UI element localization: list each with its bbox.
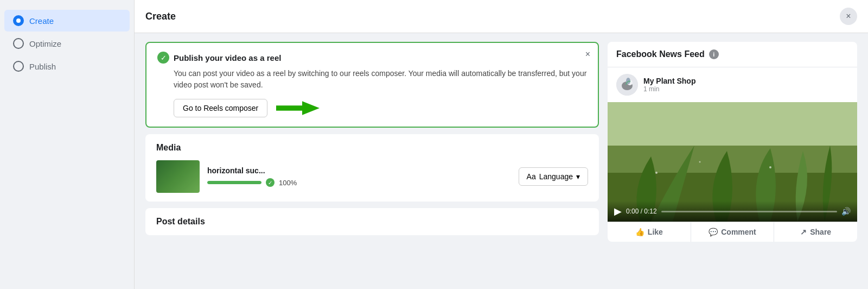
preview-profile: My Plant Shop 1 min	[608, 67, 857, 102]
info-icon: i	[709, 49, 719, 59]
post-details-title: Post details	[156, 217, 588, 227]
share-icon: ↗	[800, 228, 807, 236]
media-progress-check-icon: ✓	[266, 178, 275, 187]
svg-marker-0	[276, 101, 320, 115]
like-label: Like	[648, 228, 663, 236]
preview-profile-time: 1 min	[643, 85, 695, 93]
close-button[interactable]: ×	[840, 8, 857, 25]
avatar	[616, 74, 638, 96]
main-header: Create ×	[135, 0, 868, 33]
video-preview: ▶ 0:00 / 0:12 🔊	[608, 102, 857, 222]
video-time: 0:00 / 0:12	[626, 208, 657, 215]
media-section-title: Media	[156, 143, 588, 153]
media-info: horizontal suc... ✓ 100%	[207, 166, 511, 187]
go-to-reels-composer-button[interactable]: Go to Reels composer	[174, 99, 267, 117]
comment-label: Comment	[721, 228, 756, 236]
reel-banner-close-button[interactable]: ×	[585, 49, 590, 59]
media-progress-row: ✓ 100%	[207, 178, 511, 187]
right-panel: Facebook News Feed i My Plant Shop 1 min	[608, 42, 857, 242]
svg-point-8	[655, 172, 658, 174]
like-button[interactable]: 👍 Like	[608, 222, 691, 242]
sidebar-item-publish[interactable]: Publish	[4, 55, 130, 77]
language-button[interactable]: Aa Language ▾	[519, 167, 588, 186]
comment-button[interactable]: 💬 Comment	[691, 222, 775, 242]
main-panel: Create × ✓ Publish your video as a reel …	[135, 0, 868, 289]
video-controls: ▶ 0:00 / 0:12 🔊	[608, 201, 857, 222]
right-panel-header: Facebook News Feed i	[608, 42, 857, 67]
reel-banner-footer: Go to Reels composer	[157, 98, 587, 118]
chevron-down-icon: ▾	[576, 172, 580, 181]
create-icon	[13, 15, 24, 26]
svg-point-9	[699, 161, 701, 163]
sidebar-publish-label: Publish	[29, 62, 56, 71]
comment-icon: 💬	[709, 228, 718, 236]
reel-check-icon: ✓	[157, 52, 169, 64]
reel-banner-title: Publish your video as a reel	[174, 53, 281, 62]
sidebar-item-create[interactable]: Create	[4, 10, 130, 32]
media-item: horizontal suc... ✓ 100% Aa Language ▾	[156, 160, 588, 193]
publish-icon	[13, 61, 24, 72]
media-filename: horizontal suc...	[207, 166, 511, 175]
media-percent: 100%	[279, 179, 297, 187]
optimize-icon	[13, 38, 24, 49]
reel-banner-header: ✓ Publish your video as a reel	[157, 52, 587, 64]
volume-icon[interactable]: 🔊	[841, 207, 851, 216]
reel-banner: ✓ Publish your video as a reel × You can…	[145, 42, 599, 128]
preview-profile-name: My Plant Shop	[643, 77, 695, 85]
green-arrow-icon	[276, 98, 320, 118]
sidebar-create-label: Create	[29, 16, 54, 26]
sidebar-item-optimize[interactable]: Optimize	[4, 33, 130, 54]
left-panel: ✓ Publish your video as a reel × You can…	[145, 42, 599, 280]
media-card: Media horizontal suc... ✓ 100%	[145, 134, 599, 202]
play-button[interactable]: ▶	[614, 205, 622, 217]
main-content: ✓ Publish your video as a reel × You can…	[135, 33, 868, 289]
svg-point-10	[769, 166, 771, 168]
language-label: Language	[539, 172, 573, 181]
facebook-news-feed-title: Facebook News Feed	[616, 49, 705, 59]
sidebar-optimize-label: Optimize	[29, 39, 61, 48]
share-label: Share	[810, 228, 831, 236]
reel-banner-description: You can post your video as a reel by swi…	[157, 68, 587, 91]
preview-profile-info: My Plant Shop 1 min	[643, 77, 695, 93]
language-aa: Aa	[527, 172, 536, 181]
like-icon: 👍	[635, 228, 644, 236]
post-details-card: Post details	[145, 208, 599, 235]
media-thumbnail	[156, 160, 200, 193]
sidebar: Create Optimize Publish	[0, 0, 135, 289]
preview-actions: 👍 Like 💬 Comment ↗ Share	[608, 222, 857, 242]
main-title: Create	[145, 11, 176, 22]
share-button[interactable]: ↗ Share	[774, 222, 857, 242]
media-progress-fill	[207, 181, 261, 184]
video-progress-bar[interactable]	[661, 211, 837, 212]
media-progress-bar	[207, 181, 261, 184]
